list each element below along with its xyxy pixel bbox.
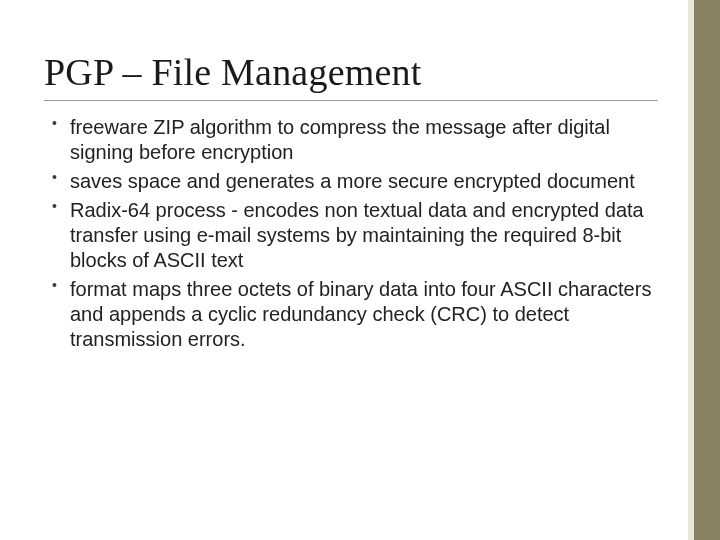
- accent-side-band-light: [688, 0, 694, 540]
- title-underline: [44, 100, 658, 101]
- list-item: Radix-64 process - encodes non textual d…: [70, 198, 658, 273]
- slide-title: PGP – File Management: [44, 50, 658, 94]
- list-item: format maps three octets of binary data …: [70, 277, 658, 352]
- list-item: freeware ZIP algorithm to compress the m…: [70, 115, 658, 165]
- accent-side-band: [694, 0, 720, 540]
- list-item: saves space and generates a more secure …: [70, 169, 658, 194]
- bullet-list: freeware ZIP algorithm to compress the m…: [44, 115, 658, 352]
- slide-body: PGP – File Management freeware ZIP algor…: [0, 0, 688, 540]
